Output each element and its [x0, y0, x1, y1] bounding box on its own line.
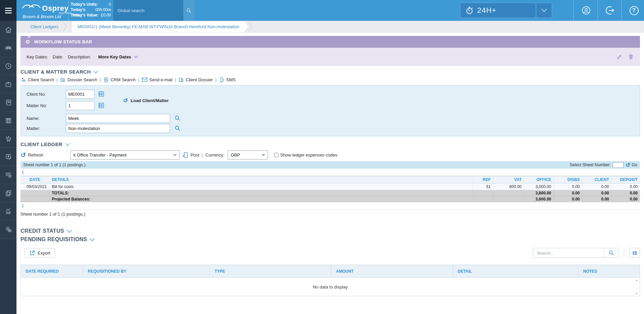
client-lookup-list-icon[interactable]	[98, 91, 105, 97]
client-no-label: Client No:	[27, 92, 46, 97]
menu-button[interactable]	[0, 0, 16, 21]
col-type[interactable]: TYPE	[210, 265, 331, 277]
dossier-search-icon	[60, 77, 66, 83]
time-recording-widget[interactable]: 24H+	[460, 3, 536, 18]
collapse-chevron-icon[interactable]	[65, 143, 70, 146]
sidebar-item-home[interactable]	[0, 21, 16, 39]
pending-requisitions-section: PENDING REQUISITIONS	[21, 235, 640, 244]
ledger-table-row[interactable]: 09/03/2021 Bill for costs 51 600.00 3,00…	[21, 183, 640, 190]
columns-icon	[632, 250, 638, 256]
collapse-chevron-icon[interactable]	[67, 230, 72, 233]
requisitions-search-input[interactable]	[533, 248, 604, 258]
ledger-totals-row: TOTALS: 3,600.00 0.00 0.00 0.00	[21, 190, 640, 196]
export-button[interactable]: Export	[25, 248, 55, 258]
sidebar-item-ledgers[interactable]	[0, 111, 16, 130]
name-input[interactable]	[66, 114, 170, 123]
today-stats: Today's Units: 0 Today's Time: 00h:00m T…	[71, 2, 111, 18]
breadcrumb-client-ledgers[interactable]: Client Ledgers	[30, 24, 59, 29]
settings-gear-icon	[5, 226, 12, 233]
col-vat: VAT	[493, 176, 524, 183]
show-expenses-checkbox[interactable]	[274, 153, 278, 157]
topbar-divider	[621, 0, 622, 21]
stat-time-value: 00h:00m	[95, 7, 111, 12]
logout-button[interactable]	[605, 6, 615, 15]
col-requisitioned-by[interactable]: REQUISITIONED BY	[83, 265, 210, 277]
client-dossier-icon	[178, 77, 184, 83]
column-chooser-button[interactable]	[630, 248, 640, 258]
ledger-pagination-top[interactable]: 1	[21, 169, 640, 176]
breadcrumb-matter[interactable]: ME0001/1 (Meek Beverley) FE:MAB WT:FWINJ…	[71, 21, 248, 33]
key-dates-row: Key Dates: Date: Description: More Key D…	[21, 48, 640, 66]
requisitions-search-button[interactable]	[604, 248, 618, 258]
sidebar-item-documents[interactable]	[0, 184, 16, 202]
collapse-chevron-icon[interactable]	[90, 238, 95, 241]
client-no-input[interactable]	[66, 90, 94, 99]
crm-search-icon	[103, 77, 109, 83]
workflow-bar-title: WORKFLOW STATUS BAR	[34, 39, 92, 44]
col-detail[interactable]: DETAIL	[453, 265, 578, 277]
sidebar-item-time[interactable]	[0, 57, 16, 75]
help-icon: ?	[630, 6, 639, 15]
help-button[interactable]: ?	[629, 6, 639, 15]
client-ledger-title: CLIENT LEDGER	[21, 141, 63, 147]
col-ref: REF	[473, 176, 493, 183]
name-search-icon[interactable]	[174, 115, 181, 122]
journal-icon	[5, 99, 12, 106]
send-email-link[interactable]: Send e-mail	[142, 77, 173, 82]
chevron-down-icon	[134, 55, 138, 58]
show-expenses-label[interactable]: Show ledger expenses codes	[280, 152, 337, 158]
client-dossier-link[interactable]: Client Dossier	[178, 77, 213, 83]
edit-pencil-icon[interactable]	[616, 54, 622, 60]
select-chevron-icon	[173, 154, 177, 156]
crm-search-link[interactable]: CRM Search	[103, 77, 136, 83]
sidebar-item-purchases[interactable]	[0, 130, 16, 148]
dossier-search-link[interactable]: Dossier Search	[60, 77, 97, 83]
sms-link[interactable]: SMS	[219, 77, 236, 83]
user-account-button[interactable]	[581, 6, 591, 15]
load-client-matter-button[interactable]: ↺ Load Client/Matter	[123, 98, 169, 103]
post-button[interactable]: Post	[182, 151, 199, 158]
sheet-number-input[interactable]	[613, 162, 623, 168]
logout-icon	[605, 6, 615, 15]
matter-search-icon[interactable]	[174, 125, 181, 132]
sidebar-item-case-management[interactable]	[0, 75, 16, 93]
sidebar-item-clients[interactable]	[0, 39, 16, 57]
workflow-icon	[5, 171, 12, 179]
col-notes[interactable]: NOTES	[578, 265, 640, 277]
client-search-link[interactable]: Client Search	[21, 77, 54, 83]
col-client: CLIENT	[582, 176, 611, 183]
sidebar-item-reports[interactable]	[0, 202, 16, 220]
matter-input[interactable]	[66, 124, 170, 133]
billing-icon	[5, 153, 12, 161]
sidebar-item-workflows[interactable]	[0, 166, 16, 184]
sidebar-item-settings[interactable]	[0, 220, 16, 238]
go-button[interactable]: ↺ Go	[626, 162, 637, 168]
col-amount[interactable]: AMOUNT	[331, 265, 453, 277]
more-key-dates-button[interactable]: More Key Dates	[98, 54, 138, 59]
osprey-app: Osprey Approach Broom & Broom Ltd Today'…	[0, 0, 644, 314]
client-matter-form: Client No: Matter No: ↺ Load Client/Matt…	[21, 85, 640, 136]
posting-type-select[interactable]: k Office Transfer - Payment	[70, 150, 180, 160]
sidebar-item-journals[interactable]	[0, 93, 16, 111]
global-search-input[interactable]	[113, 0, 183, 21]
sidebar-item-billing[interactable]	[0, 148, 16, 166]
col-date-required[interactable]: DATE REQUIRED	[21, 265, 83, 277]
collapse-chevron-icon[interactable]	[93, 71, 98, 74]
matter-lookup-list-icon[interactable]	[98, 102, 105, 109]
delete-trash-icon[interactable]	[628, 54, 634, 60]
timer-dropdown-button[interactable]	[536, 3, 552, 18]
gears-icon: ⚙⚙	[25, 39, 31, 45]
global-search-button[interactable]	[183, 0, 194, 21]
col-disbs: DISBS	[554, 176, 582, 183]
matter-no-input[interactable]	[66, 101, 94, 110]
briefcase-icon	[5, 81, 12, 88]
ledger-controls: ↺ Refresh k Office Transfer - Payment Po…	[21, 149, 640, 161]
quick-links-row: Client Search | Dossier Search | CRM Sea…	[21, 75, 640, 84]
currency-select[interactable]: GBP	[228, 150, 268, 160]
table-scrollbar[interactable]: ▲ ▼	[634, 278, 639, 295]
clock-icon	[5, 62, 12, 70]
ledger-pagination-bottom[interactable]: 1	[21, 202, 640, 210]
workflow-status-bar: ⚙⚙ WORKFLOW STATUS BAR	[21, 36, 640, 48]
sheet-info-footer: Sheet number 1 of 1 (1 postings.)	[21, 210, 640, 216]
refresh-button[interactable]: ↺ Refresh	[21, 152, 43, 158]
